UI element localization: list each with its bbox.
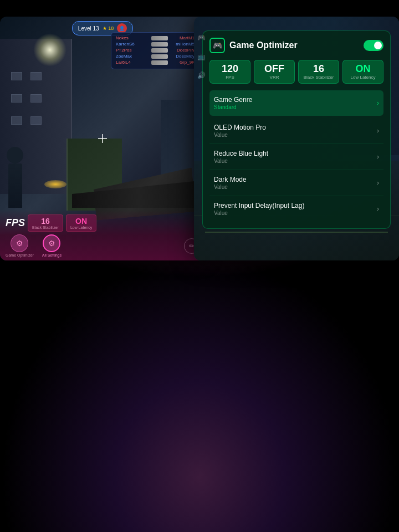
game-optimizer-icon-item[interactable]: ⚙ Game Optimizer	[6, 234, 34, 257]
stat-fps: 120 FPS	[209, 60, 250, 84]
menu-item-oled-motion-value: Value	[214, 132, 266, 138]
optimizer-toggle[interactable]	[364, 40, 383, 51]
black-stabilizer-box: 16 Black Stabilizer	[28, 214, 63, 232]
black-stabilizer-num: 16	[32, 217, 59, 226]
stat-low-latency-label: Low Latency	[345, 75, 381, 80]
stat-vrr-label: VRR	[257, 75, 292, 80]
weapon-icon	[151, 48, 168, 53]
left-panel-icons: 🎮 📺 🔊	[194, 30, 211, 83]
optimizer-game-icon: 🎮	[209, 38, 225, 53]
stat-black-stab-label: Black Stabilizer	[301, 75, 336, 80]
game-optimizer-label: Game Optimizer	[6, 253, 34, 257]
all-settings-label: All Settings	[42, 253, 62, 257]
character-head	[7, 147, 23, 163]
stat-black-stab-num: 16	[301, 64, 336, 74]
left-screen: Level 13 ★ 18 👤 Nokes MartM1 KarrenS6 mi…	[0, 17, 205, 260]
weapon-icon	[151, 36, 168, 40]
chevron-right-icon: ›	[377, 179, 379, 187]
stat-low-latency: ON Low Latency	[342, 60, 383, 84]
optimizer-stats-row: 120 FPS OFF VRR 16 Black Stabilizer ON L…	[209, 60, 383, 84]
menu-item-dark-mode-title: Dark Mode	[214, 176, 247, 183]
chevron-right-icon: ›	[377, 205, 379, 213]
sound-icon[interactable]: 🔊	[194, 68, 208, 83]
stat-vrr: OFF VRR	[254, 60, 295, 84]
weapon-icon	[151, 60, 168, 65]
background-glow	[0, 255, 399, 532]
window	[30, 116, 42, 125]
settings-icon: ⚙	[43, 234, 60, 252]
low-latency-label: Low Latency	[70, 226, 92, 229]
fps-stats: FPS 16 Black Stabilizer ON Low Latency	[6, 214, 200, 232]
all-settings-icon-item[interactable]: ⚙ All Settings	[42, 234, 62, 257]
window	[30, 94, 42, 103]
optimizer-icon-area: 🎮 Game Optimizer	[209, 38, 298, 53]
weapon-icon	[151, 54, 168, 59]
black-stabilizer-label: Black Stabilizer	[32, 226, 59, 229]
crosshair	[98, 134, 107, 143]
stat-vrr-num: OFF	[257, 64, 292, 74]
menu-item-reduce-blue-light-title: Reduce Blue Light	[214, 150, 268, 157]
scoreboard: Nokes MartM1 KarrenS6 millionM5 PT2Pos D…	[111, 32, 200, 69]
score-row-4: ZoeMax DoesMoy	[116, 54, 195, 59]
score-row-1: Nokes MartM1	[116, 35, 195, 40]
score-row-2: KarrenS6 millionM5	[116, 42, 195, 47]
score-row-5: Lar6iL4 Grp_9F	[116, 60, 195, 65]
menu-item-dark-mode-value: Value	[214, 184, 247, 190]
menu-item-prevent-input-delay[interactable]: Prevent Input Delay(Input Lag) Value ›	[209, 196, 383, 222]
menu-item-oled-motion[interactable]: OLED Motion Pro Value ›	[209, 118, 383, 144]
chevron-right-icon: ›	[377, 99, 379, 107]
fps-label: FPS	[6, 217, 25, 229]
window	[30, 72, 42, 80]
window	[11, 72, 22, 80]
level-text: Level 13	[78, 25, 99, 32]
menu-item-game-genre-value: Standard	[214, 104, 252, 110]
menu-item-reduce-blue-light-value: Value	[214, 158, 268, 164]
right-screen: 🎮 📺 🔊 🎮 Game Optimizer 120 FPS OFF	[194, 17, 399, 260]
menu-item-reduce-blue-light[interactable]: Reduce Blue Light Value ›	[209, 144, 383, 170]
screens-container: Level 13 ★ 18 👤 Nokes MartM1 KarrenS6 mi…	[0, 17, 399, 260]
stat-low-latency-num: ON	[345, 64, 381, 74]
road-line	[205, 232, 388, 233]
chevron-right-icon: ›	[377, 153, 379, 161]
controller-icon[interactable]: 🎮	[194, 30, 208, 45]
chevron-right-icon: ›	[377, 127, 379, 135]
menu-item-game-genre-title: Game Genre	[214, 96, 252, 104]
optimizer-header: 🎮 Game Optimizer	[209, 38, 383, 53]
low-latency-box: ON Low Latency	[66, 214, 96, 232]
star-icon: ★ 18	[103, 25, 114, 31]
light-spot	[33, 33, 66, 66]
bottom-icons: ⚙ Game Optimizer ⚙ All Settings ✏	[6, 234, 200, 257]
stat-fps-num: 120	[212, 64, 248, 74]
low-latency-val: ON	[70, 217, 92, 226]
window	[11, 94, 22, 103]
menu-item-oled-motion-title: OLED Motion Pro	[214, 124, 266, 131]
weapon-icon	[151, 42, 168, 47]
menu-item-prevent-input-delay-value: Value	[214, 210, 304, 216]
menu-item-dark-mode[interactable]: Dark Mode Value ›	[209, 170, 383, 196]
optimizer-panel: 🎮 Game Optimizer 120 FPS OFF VRR 16 Blac…	[202, 30, 391, 229]
bottom-hud: FPS 16 Black Stabilizer ON Low Latency ⚙…	[0, 210, 205, 260]
score-row-3: PT2Pos DoesPIN	[116, 48, 195, 53]
menu-item-prevent-input-delay-title: Prevent Input Delay(Input Lag)	[214, 202, 304, 209]
stat-fps-label: FPS	[212, 75, 248, 80]
character-silhouette	[8, 163, 22, 208]
optimizer-title: Game Optimizer	[229, 40, 298, 50]
stat-black-stab: 16 Black Stabilizer	[298, 60, 339, 84]
gear-icon: ⚙	[11, 234, 28, 252]
gun-flash	[44, 180, 66, 188]
window	[11, 116, 22, 125]
display-icon[interactable]: 📺	[194, 49, 208, 64]
menu-item-game-genre[interactable]: Game Genre Standard ›	[209, 90, 383, 116]
